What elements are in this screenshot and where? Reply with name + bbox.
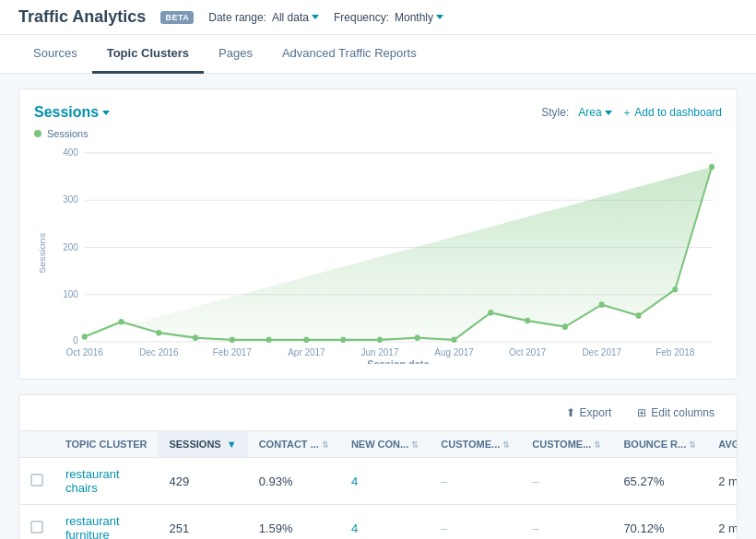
svg-text:Sessions: Sessions (37, 233, 46, 274)
add-dashboard-button[interactable]: ＋ Add to dashboard (621, 105, 722, 121)
cell-new-contacts-2: 4 (340, 505, 430, 540)
frequency-dropdown[interactable]: Monthly (395, 11, 443, 24)
table-header-row: TOPIC CLUSTER SESSIONS ▼ CONTACT ... ⇅ N… (19, 431, 738, 458)
cell-customer-rate-1: – (430, 458, 521, 505)
col-header-contact-rate[interactable]: CONTACT ... ⇅ (248, 431, 340, 458)
chart-controls: Style: Area ＋ Add to dashboard (541, 105, 722, 121)
style-label: Style: (541, 106, 569, 119)
table-actions: ⬆ Export ⊞ Edit columns (19, 395, 737, 431)
data-point (340, 337, 346, 344)
cell-new-contacts-1: 4 (340, 458, 430, 505)
frequency-chevron-icon (436, 15, 443, 19)
svg-text:Oct 2017: Oct 2017 (509, 347, 546, 357)
chart-header: Sessions Style: Area ＋ Add to dashboard (34, 104, 722, 121)
legend-label: Sessions (47, 128, 89, 139)
cell-customers-1: – (521, 458, 612, 505)
svg-text:Jun 2017: Jun 2017 (361, 347, 399, 357)
cell-topic-cluster-2: restaurant furniture (54, 505, 158, 540)
top-bar: Traffic Analytics BETA Date range: All d… (0, 0, 756, 35)
data-point (230, 337, 235, 344)
data-point (525, 318, 530, 324)
chart-card: Sessions Style: Area ＋ Add to dashboard … (18, 88, 738, 380)
style-chevron-icon (605, 111, 612, 115)
col-header-bounce-rate[interactable]: BOUNCE R... ⇅ (612, 431, 707, 458)
date-range-chevron-icon (312, 15, 319, 19)
row-checkbox-1[interactable] (19, 458, 54, 505)
data-point (415, 334, 420, 341)
data-point (562, 323, 568, 330)
edit-columns-icon: ⊞ (637, 406, 646, 419)
svg-text:Dec 2017: Dec 2017 (582, 347, 621, 357)
data-point (452, 337, 457, 344)
col-header-customers[interactable]: CUSTOME... ⇅ (521, 431, 612, 458)
cell-avg-session-1: 2 minutes (707, 458, 738, 505)
table-row: restaurant chairs 429 0.93% 4 – – 65.27%… (19, 458, 738, 505)
export-button[interactable]: ⬆ Export (559, 403, 620, 423)
beta-badge: BETA (160, 11, 194, 24)
cell-customer-rate-2: – (430, 505, 521, 540)
svg-text:200: 200 (63, 241, 78, 252)
data-point (636, 312, 642, 319)
chart-svg: 400 300 200 100 0 Sessions (34, 143, 722, 364)
data-point (709, 164, 715, 170)
cell-contact-rate-1: 0.93% (248, 458, 340, 505)
chart-title[interactable]: Sessions (34, 104, 110, 121)
plus-icon: ＋ (621, 106, 632, 119)
date-range-dropdown[interactable]: All data (272, 11, 319, 24)
frequency-control: Frequency: Monthly (334, 11, 443, 24)
col-sort-icon3: ⇅ (502, 440, 510, 450)
data-point (488, 310, 493, 316)
cell-customers-2: – (521, 505, 612, 540)
tab-sources[interactable]: Sources (18, 35, 92, 74)
cell-sessions-1: 429 (158, 458, 247, 505)
cell-topic-cluster-1: restaurant chairs (54, 458, 158, 505)
svg-text:100: 100 (63, 289, 78, 299)
col-header-new-contacts[interactable]: NEW CON... ⇅ (340, 431, 430, 458)
chart-container: 400 300 200 100 0 Sessions (34, 143, 722, 364)
export-icon: ⬆ (566, 406, 575, 419)
cell-contact-rate-2: 1.59% (248, 505, 340, 540)
cell-sessions-2: 251 (158, 505, 247, 540)
svg-text:Aug 2017: Aug 2017 (434, 347, 474, 357)
style-dropdown[interactable]: Area (578, 106, 611, 119)
date-range-label: Date range: (208, 11, 266, 24)
data-point (266, 337, 272, 344)
legend-dot-icon (34, 130, 41, 137)
data-point (119, 319, 124, 325)
data-point (193, 334, 198, 341)
svg-text:300: 300 (63, 194, 78, 205)
col-sort-icon5: ⇅ (689, 440, 696, 450)
table-card: ⬆ Export ⊞ Edit columns TOPIC CLUSTER SE… (18, 394, 738, 539)
row-checkbox-2[interactable] (19, 505, 54, 540)
edit-columns-button[interactable]: ⊞ Edit columns (630, 403, 722, 423)
date-range-control: Date range: All data (208, 11, 319, 24)
tab-topic-clusters[interactable]: Topic Clusters (92, 35, 204, 74)
col-header-sessions[interactable]: SESSIONS ▼ (158, 431, 247, 458)
main-content: Sessions Style: Area ＋ Add to dashboard … (0, 74, 756, 539)
col-sort-icon: ⇅ (322, 440, 329, 450)
data-point (303, 337, 309, 344)
sort-desc-icon: ▼ (227, 439, 237, 450)
svg-text:Apr 2017: Apr 2017 (288, 347, 325, 357)
data-point (672, 287, 678, 293)
data-point (377, 337, 383, 344)
cell-avg-session-2: 2 minutes (707, 505, 738, 540)
frequency-label: Frequency: (334, 11, 389, 24)
col-header-customer-rate[interactable]: CUSTOME... ⇅ (430, 431, 521, 458)
sessions-chevron-icon (102, 111, 110, 115)
col-header-avg-session[interactable]: AVG. SESSI... ⇅ (707, 431, 738, 458)
col-header-topic-cluster[interactable]: TOPIC CLUSTER (54, 431, 158, 458)
svg-text:Feb 2018: Feb 2018 (656, 347, 694, 357)
area-path (85, 167, 712, 340)
tab-pages[interactable]: Pages (204, 35, 267, 74)
tab-advanced[interactable]: Advanced Traffic Reports (267, 35, 431, 74)
col-sort-icon4: ⇅ (594, 440, 601, 450)
topic-cluster-link-2[interactable]: restaurant furniture (65, 514, 120, 539)
svg-text:Feb 2017: Feb 2017 (213, 347, 252, 357)
svg-text:Session date: Session date (367, 359, 429, 364)
svg-text:400: 400 (63, 147, 78, 158)
data-point (156, 330, 161, 336)
topic-cluster-link-1[interactable]: restaurant chairs (65, 467, 120, 495)
table-row: restaurant furniture 251 1.59% 4 – – 70.… (19, 505, 738, 540)
cell-bounce-rate-1: 65.27% (612, 458, 707, 505)
